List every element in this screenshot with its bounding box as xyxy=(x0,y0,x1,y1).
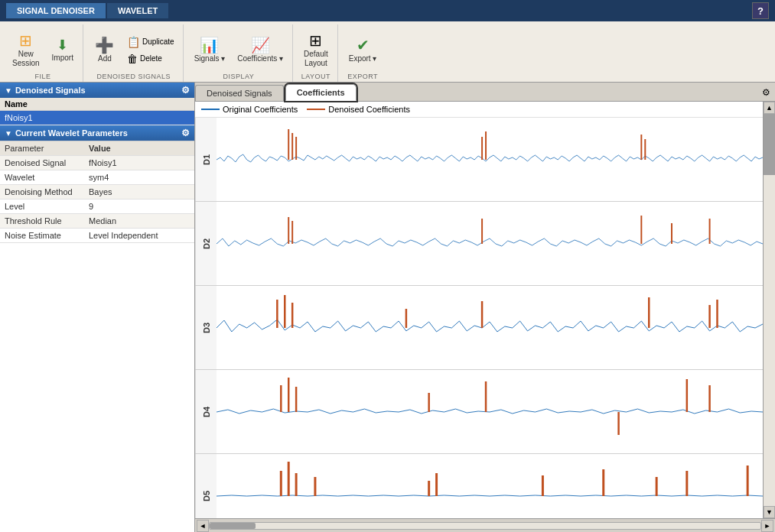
denoised-signals-col-header: Name xyxy=(0,98,194,111)
toolbar-group-file: ⊞ NewSession ⬇ Import FILE xyxy=(3,24,83,82)
vscroll-down-button[interactable]: ▼ xyxy=(764,506,775,518)
denoised-signal-item-0[interactable]: fNoisy1 xyxy=(0,111,194,125)
chart-label-d2: D2 xyxy=(195,202,217,285)
default-layout-icon: ⊞ xyxy=(309,33,322,48)
chart-area[interactable]: Original Coefficients Denoised Coefficie… xyxy=(195,102,763,518)
display-group-label: DISPLAY xyxy=(223,73,254,82)
param-noise-estimate-value: Level Independent xyxy=(84,229,194,243)
toolbar-group-denoised-signals: ➕ Add 📋 Duplicate 🗑 Delete DENOISED SIGN… xyxy=(85,24,184,82)
chart-label-d1: D1 xyxy=(195,118,217,201)
param-denoised-signal-label: Denoised Signal xyxy=(0,156,84,170)
denoised-signals-header[interactable]: ▼ Denoised Signals ⚙ xyxy=(0,83,194,98)
chart-row-d4: D4 xyxy=(195,370,763,454)
table-row: Noise Estimate Level Independent xyxy=(0,229,194,243)
wavelet-params-header[interactable]: ▼ Current Wavelet Parameters ⚙ xyxy=(0,125,194,141)
help-button[interactable]: ? xyxy=(752,2,769,19)
new-session-label: NewSession xyxy=(12,50,40,68)
add-button[interactable]: ➕ Add xyxy=(90,34,120,66)
wavelet-params-panel: ▼ Current Wavelet Parameters ⚙ Parameter… xyxy=(0,125,194,532)
chart-label-d3: D3 xyxy=(195,286,217,369)
param-threshold-rule-label: Threshold Rule xyxy=(0,214,84,229)
vscroll-thumb[interactable] xyxy=(764,114,775,175)
duplicate-button[interactable]: 📋 Duplicate xyxy=(123,34,178,50)
param-level-value: 9 xyxy=(84,200,194,214)
tabs-gear-icon[interactable]: ⚙ xyxy=(757,84,775,101)
dup-delete-stack: 📋 Duplicate 🗑 Delete xyxy=(123,34,178,66)
title-tab-signal-denoiser[interactable]: SIGNAL DENOISER xyxy=(6,3,106,18)
toolbar-denoised-buttons: ➕ Add 📋 Duplicate 🗑 Delete xyxy=(90,24,178,73)
param-denoising-method-label: Denoising Method xyxy=(0,185,84,200)
param-denoising-method-value: Bayes xyxy=(84,185,194,200)
toolbar-layout-buttons: ⊞ DefaultLayout xyxy=(299,24,333,73)
new-session-icon: ⊞ xyxy=(19,33,32,48)
export-icon: ✔ xyxy=(357,37,370,53)
hscroll-right-button[interactable]: ► xyxy=(761,520,773,532)
chart-row-d2: D2 xyxy=(195,202,763,286)
param-level-label: Level xyxy=(0,200,84,214)
export-button[interactable]: ✔ Export ▾ xyxy=(344,34,382,66)
delete-button[interactable]: 🗑 Delete xyxy=(123,51,178,66)
add-label: Add xyxy=(98,54,112,63)
legend-original-line xyxy=(201,109,220,110)
import-label: Import xyxy=(52,54,73,62)
denoised-signals-group-label: DENOISED SIGNALS xyxy=(97,73,171,82)
denoised-signals-title: Denoised Signals xyxy=(15,86,86,95)
hscroll-track xyxy=(209,522,761,530)
table-row: Wavelet sym4 xyxy=(0,170,194,185)
denoised-signals-collapse-arrow: ▼ xyxy=(5,86,12,95)
signals-label: Signals ▾ xyxy=(194,54,226,63)
chart-svg-d5 xyxy=(217,454,763,518)
tab-coefficients[interactable]: Coefficients xyxy=(285,84,357,101)
default-layout-label: DefaultLayout xyxy=(304,50,328,68)
legend-original: Original Coefficients xyxy=(201,105,298,114)
vertical-scrollbar[interactable]: ▲ ▼ xyxy=(763,102,775,518)
chart-svg-d3 xyxy=(217,286,763,369)
toolbar-group-display: 📊 Signals ▾ 📈 Coefficients ▾ DISPLAY xyxy=(185,24,293,82)
toolbar-group-export: ✔ Export ▾ EXPORT xyxy=(340,24,386,82)
toolbar: ⊞ NewSession ⬇ Import FILE ➕ Add 📋 Dupli… xyxy=(0,21,775,83)
legend-original-label: Original Coefficients xyxy=(223,105,298,114)
chart-container: D1 xyxy=(195,118,763,518)
wavelet-params-title: Current Wavelet Parameters xyxy=(15,128,128,138)
tab-denoised-signals[interactable]: Denoised Signals xyxy=(195,85,284,101)
param-threshold-rule-value: Median xyxy=(84,214,194,229)
wavelet-params-gear-icon[interactable]: ⚙ xyxy=(181,128,190,138)
param-noise-estimate-label: Noise Estimate xyxy=(0,229,84,243)
toolbar-file-buttons: ⊞ NewSession ⬇ Import xyxy=(8,24,78,73)
file-group-label: FILE xyxy=(34,73,50,82)
right-panel: Denoised Signals Coefficients ⚙ Original… xyxy=(195,83,775,532)
export-label: Export ▾ xyxy=(349,54,377,63)
horizontal-scrollbar-area: ◄ ► xyxy=(195,518,775,532)
param-denoised-signal-value: fNoisy1 xyxy=(84,156,194,170)
params-col-header-row: Parameter Value xyxy=(0,141,194,156)
params-col-parameter: Parameter xyxy=(0,141,84,156)
denoised-signals-gear-icon[interactable]: ⚙ xyxy=(181,85,190,96)
chart-label-d4: D4 xyxy=(195,370,217,453)
denoised-signals-panel: ▼ Denoised Signals ⚙ Name fNoisy1 xyxy=(0,83,194,125)
coefficients-button[interactable]: 📈 Coefficients ▾ xyxy=(233,34,288,66)
param-wavelet-value: sym4 xyxy=(84,170,194,185)
chart-area-with-scroll: Original Coefficients Denoised Coefficie… xyxy=(195,102,775,518)
table-row: Threshold Rule Median xyxy=(0,214,194,229)
duplicate-label: Duplicate xyxy=(142,37,174,46)
table-row: Denoised Signal fNoisy1 xyxy=(0,156,194,170)
title-bar-tabs: SIGNAL DENOISER WAVELET xyxy=(6,3,168,18)
delete-icon: 🗑 xyxy=(127,53,138,65)
chart-label-d5: D5 xyxy=(195,454,217,518)
delete-label: Delete xyxy=(140,54,162,63)
new-session-button[interactable]: ⊞ NewSession xyxy=(8,30,44,71)
hscroll-left-button[interactable]: ◄ xyxy=(197,520,209,532)
chart-row-d1: D1 xyxy=(195,118,763,202)
coefficients-label: Coefficients ▾ xyxy=(237,54,283,63)
chart-legend: Original Coefficients Denoised Coefficie… xyxy=(195,102,763,118)
hscroll-thumb[interactable] xyxy=(210,523,256,529)
title-tab-wavelet[interactable]: WAVELET xyxy=(107,3,168,18)
signals-button[interactable]: 📊 Signals ▾ xyxy=(190,34,230,66)
default-layout-button[interactable]: ⊞ DefaultLayout xyxy=(299,30,333,71)
import-button[interactable]: ⬇ Import xyxy=(47,35,78,65)
add-icon: ➕ xyxy=(95,37,114,53)
vscroll-up-button[interactable]: ▲ xyxy=(764,102,775,114)
layout-group-label: LAYOUT xyxy=(301,73,331,82)
denoised-signals-list: fNoisy1 xyxy=(0,111,194,125)
toolbar-export-buttons: ✔ Export ▾ xyxy=(344,24,382,73)
